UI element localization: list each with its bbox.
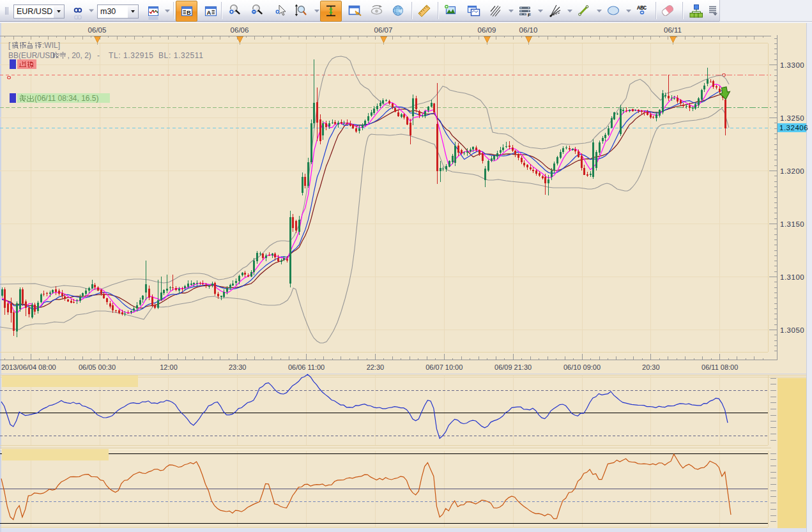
svg-text:1.3300: 1.3300 xyxy=(780,61,804,69)
svg-text:06/07: 06/07 xyxy=(374,26,393,34)
svg-text:06/11: 06/11 xyxy=(664,26,682,34)
svg-text:TL: 1.32915: TL: 1.32915 xyxy=(109,51,154,60)
svg-text:06/09 21:30: 06/09 21:30 xyxy=(494,363,532,371)
svg-text:06/11 08:00: 06/11 08:00 xyxy=(701,363,738,371)
svg-text:-: - xyxy=(97,51,100,60)
svg-text:23:30: 23:30 xyxy=(229,363,247,371)
svg-text:06/07 10:00: 06/07 10:00 xyxy=(425,363,463,371)
svg-text:06/06: 06/06 xyxy=(231,26,249,34)
svg-text:1.3150: 1.3150 xyxy=(780,220,804,228)
svg-text::WIL]: :WIL] xyxy=(42,41,60,50)
svg-text:06/10: 06/10 xyxy=(519,26,538,34)
svg-text:22:30: 22:30 xyxy=(367,363,385,371)
svg-text:A: A xyxy=(207,9,211,16)
svg-text:1.3100: 1.3100 xyxy=(780,273,804,281)
svg-text:BL: 1.32511: BL: 1.32511 xyxy=(158,51,203,60)
svg-text:1.3200: 1.3200 xyxy=(780,167,804,175)
svg-text:06/10 09:00: 06/10 09:00 xyxy=(563,363,601,371)
svg-text:BB(EUR/USD.: BB(EUR/USD. xyxy=(8,51,57,60)
svg-text:20:30: 20:30 xyxy=(642,363,660,371)
svg-text:2013/06/04 08:00: 2013/06/04 08:00 xyxy=(1,363,56,371)
svg-text:(06/11 08:34, 16.5): (06/11 08:34, 16.5) xyxy=(34,94,99,103)
svg-text:06/06 11:00: 06/06 11:00 xyxy=(288,363,325,371)
svg-text:B: B xyxy=(187,9,191,16)
svg-text:1.3050: 1.3050 xyxy=(780,326,804,334)
svg-text:F: F xyxy=(528,12,531,18)
svg-text:06/05: 06/05 xyxy=(88,26,107,34)
svg-text:06/09: 06/09 xyxy=(478,26,496,34)
svg-text:06/05 00:30: 06/05 00:30 xyxy=(79,363,116,371)
svg-text:12:00: 12:00 xyxy=(160,363,178,371)
svg-text:1.3250: 1.3250 xyxy=(780,114,804,122)
svg-text:1.32406: 1.32406 xyxy=(779,124,808,132)
svg-text:, 20, 2): , 20, 2) xyxy=(68,51,91,60)
